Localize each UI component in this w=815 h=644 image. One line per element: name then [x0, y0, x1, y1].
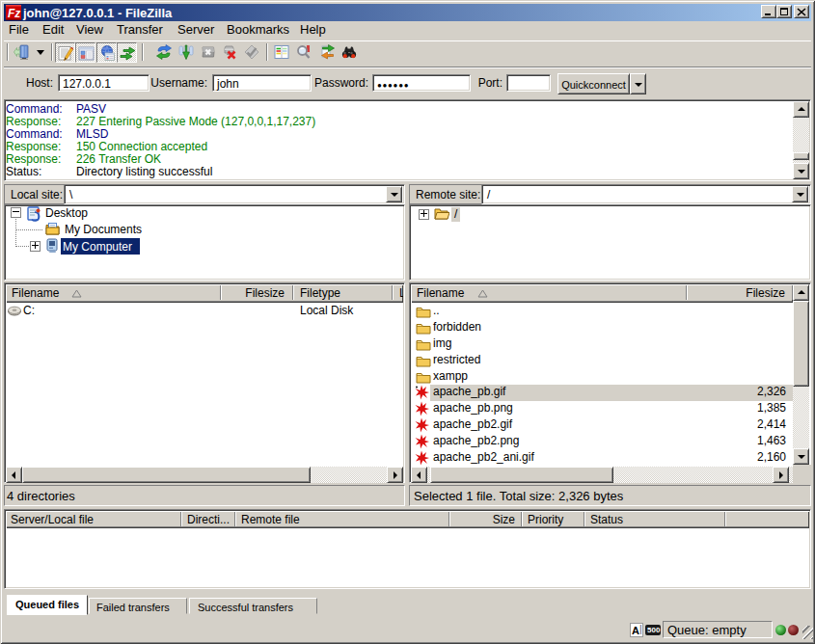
svg-text:Fz: Fz [8, 7, 20, 20]
